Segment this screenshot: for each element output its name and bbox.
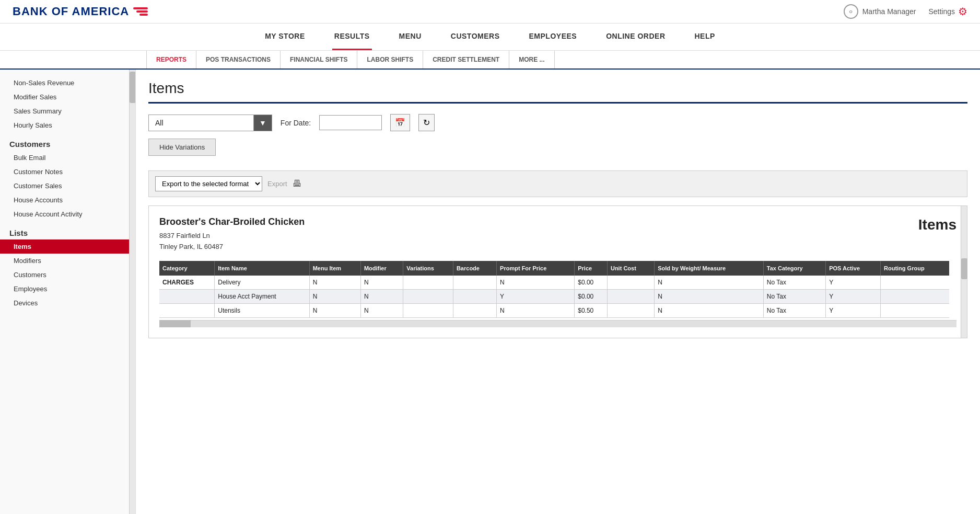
settings-link[interactable]: Settings ⚙ <box>928 5 967 18</box>
nav-employees[interactable]: EMPLOYEES <box>527 24 579 50</box>
nav-menu[interactable]: MENU <box>397 24 424 50</box>
table-cell: Y <box>826 289 881 303</box>
table-cell <box>607 303 654 317</box>
main-content: Items All ▼ For Date: 📅 ↻ Hide Variation… <box>136 70 980 514</box>
user-icon: ⚬ <box>844 4 858 19</box>
col-unit-cost: Unit Cost <box>607 261 654 276</box>
filter-select-wrap: All ▼ <box>148 115 272 131</box>
table-cell <box>403 289 453 303</box>
table-cell: N <box>497 276 575 290</box>
header-user[interactable]: ⚬ Martha Manager <box>844 4 916 19</box>
sidebar-scrollbar[interactable] <box>129 70 135 514</box>
settings-label: Settings <box>928 7 955 16</box>
filter-date-label: For Date: <box>281 119 311 127</box>
report-company-info: Brooster's Char-Broiled Chicken 8837 Fai… <box>159 216 305 253</box>
page-divider <box>148 102 967 104</box>
col-pos-active: POS Active <box>826 261 881 276</box>
sidebar-item-employees[interactable]: Employees <box>0 282 135 296</box>
filter-date-input[interactable] <box>319 115 382 130</box>
sub-nav-pos-transactions[interactable]: POS TRANSACTIONS <box>196 51 281 68</box>
report-scrollbar[interactable] <box>961 206 967 338</box>
table-cell: N <box>360 289 403 303</box>
table-cell <box>607 276 654 290</box>
table-header-row: Category Item Name Menu Item Modifier Va… <box>159 261 949 276</box>
hide-variations-button[interactable]: Hide Variations <box>148 139 216 156</box>
table-cell: No Tax <box>763 289 825 303</box>
sidebar-section-lists: Lists <box>0 221 135 239</box>
print-icon[interactable]: 🖶 <box>293 178 302 189</box>
col-variations: Variations <box>403 261 453 276</box>
bottom-scrollbar[interactable] <box>159 320 956 327</box>
table-cell: N <box>655 276 764 290</box>
sidebar-item-non-sales-revenue[interactable]: Non-Sales Revenue <box>0 76 135 90</box>
sidebar-item-house-account-activity[interactable]: House Account Activity <box>0 207 135 221</box>
sub-nav-credit-settlement[interactable]: CREDIT SETTLEMENT <box>423 51 509 68</box>
col-tax-category: Tax Category <box>763 261 825 276</box>
sidebar-item-modifiers[interactable]: Modifiers <box>0 254 135 268</box>
sub-nav-labor-shifts[interactable]: LABOR SHIFTS <box>357 51 423 68</box>
table-cell <box>159 303 215 317</box>
sidebar-item-house-accounts[interactable]: House Accounts <box>0 193 135 207</box>
logo-stripe-1 <box>133 7 148 9</box>
sidebar-section-customers: Customers <box>0 132 135 151</box>
table-cell: N <box>655 289 764 303</box>
nav-results[interactable]: RESULTS <box>332 24 372 50</box>
sub-nav-financial-shifts[interactable]: FINANCIAL SHIFTS <box>281 51 357 68</box>
user-name: Martha Manager <box>862 7 916 16</box>
sidebar-item-customer-notes[interactable]: Customer Notes <box>0 165 135 179</box>
col-category: Category <box>159 261 215 276</box>
report-address-line1: 8837 Fairfield Ln <box>159 231 305 242</box>
nav-online-order[interactable]: ONLINE ORDER <box>604 24 667 50</box>
nav-help[interactable]: HELP <box>693 24 717 50</box>
table-cell <box>453 276 496 290</box>
logo-stripe-2 <box>136 10 148 13</box>
sidebar-item-modifier-sales[interactable]: Modifier Sales <box>0 90 135 104</box>
sub-nav-more[interactable]: MORE ... <box>509 51 554 68</box>
col-price: Price <box>575 261 608 276</box>
col-sold-by-weight: Sold by Weight/ Measure <box>655 261 764 276</box>
table-cell: No Tax <box>763 276 825 290</box>
filter-refresh-btn[interactable]: ↻ <box>418 114 435 131</box>
report-header: Brooster's Char-Broiled Chicken 8837 Fai… <box>159 216 956 253</box>
sidebar: Non-Sales Revenue Modifier Sales Sales S… <box>0 70 136 514</box>
gear-icon: ⚙ <box>958 5 967 18</box>
table-cell <box>453 289 496 303</box>
header-right: ⚬ Martha Manager Settings ⚙ <box>844 4 967 19</box>
sidebar-item-bulk-email[interactable]: Bulk Email <box>0 151 135 165</box>
table-cell: Y <box>497 289 575 303</box>
sidebar-item-customers[interactable]: Customers <box>0 268 135 282</box>
table-cell <box>607 289 654 303</box>
filter-row: All ▼ For Date: 📅 ↻ <box>148 114 967 131</box>
sidebar-item-hourly-sales[interactable]: Hourly Sales <box>0 118 135 132</box>
report-company-name: Brooster's Char-Broiled Chicken <box>159 216 305 227</box>
export-label: Export <box>267 180 287 188</box>
filter-select-btn[interactable]: ▼ <box>253 115 272 131</box>
nav-customers[interactable]: CUSTOMERS <box>449 24 502 50</box>
sidebar-item-devices[interactable]: Devices <box>0 296 135 310</box>
table-cell: N <box>309 276 360 290</box>
sidebar-item-items[interactable]: Items <box>0 239 135 254</box>
bottom-scroll-thumb <box>159 320 191 327</box>
sub-nav: REPORTS POS TRANSACTIONS FINANCIAL SHIFT… <box>0 51 980 70</box>
table-cell: No Tax <box>763 303 825 317</box>
col-modifier: Modifier <box>360 261 403 276</box>
col-item-name: Item Name <box>215 261 309 276</box>
sidebar-item-sales-summary[interactable]: Sales Summary <box>0 104 135 118</box>
table-cell <box>881 289 949 303</box>
table-cell: N <box>497 303 575 317</box>
table-cell: Y <box>826 303 881 317</box>
table-cell <box>159 289 215 303</box>
items-table: Category Item Name Menu Item Modifier Va… <box>159 261 949 318</box>
table-cell <box>453 303 496 317</box>
export-row: Export to the selected format Export 🖶 <box>148 170 967 197</box>
sidebar-item-customer-sales[interactable]: Customer Sales <box>0 179 135 193</box>
nav-my-store[interactable]: MY STORE <box>263 24 307 50</box>
filter-calendar-btn[interactable]: 📅 <box>390 114 410 131</box>
report-title: Items <box>918 216 956 233</box>
table-row: UtensilsNNN$0.50NNo TaxY <box>159 303 949 317</box>
col-routing-group: Routing Group <box>881 261 949 276</box>
sub-nav-reports[interactable]: REPORTS <box>146 51 196 68</box>
export-format-select[interactable]: Export to the selected format <box>155 176 262 191</box>
table-cell: $0.00 <box>575 289 608 303</box>
table-cell: N <box>360 276 403 290</box>
